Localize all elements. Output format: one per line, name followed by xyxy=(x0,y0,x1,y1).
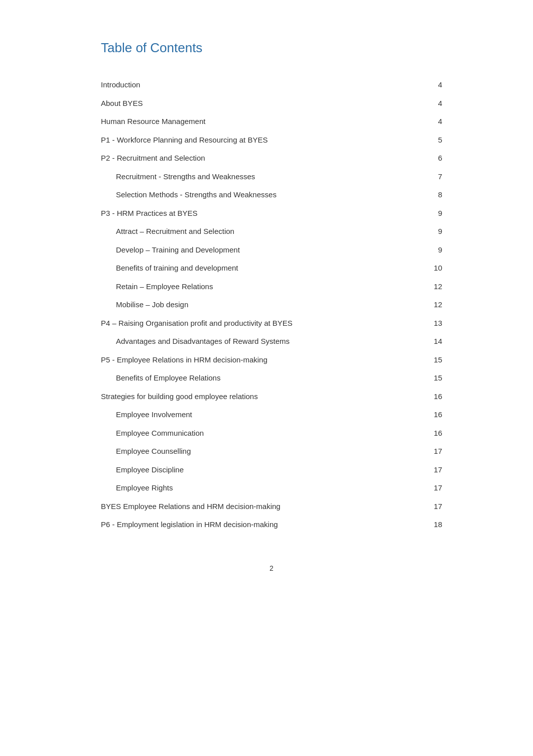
toc-item-label: P4 – Raising Organisation profit and pro… xyxy=(101,314,417,333)
toc-row: Strategies for building good employee re… xyxy=(101,388,442,406)
toc-item-page: 9 xyxy=(417,241,442,260)
toc-item-page: 9 xyxy=(417,204,442,223)
toc-row: P1 - Workforce Planning and Resourcing a… xyxy=(101,131,442,150)
toc-item-page: 17 xyxy=(417,442,442,461)
toc-item-page: 16 xyxy=(417,424,442,443)
toc-item-page: 16 xyxy=(417,406,442,424)
toc-item-label: Employee Rights xyxy=(101,479,417,497)
toc-item-page: 15 xyxy=(417,369,442,388)
toc-row: Introduction4 xyxy=(101,76,442,94)
toc-item-page: 13 xyxy=(417,314,442,333)
toc-row: Employee Counselling17 xyxy=(101,442,442,461)
toc-item-label: Benefits of training and development xyxy=(101,259,417,278)
page-number-footer: 2 xyxy=(101,564,442,572)
toc-row: Benefits of Employee Relations15 xyxy=(101,369,442,388)
toc-item-label: Human Resource Management xyxy=(101,112,417,131)
toc-row: BYES Employee Relations and HRM decision… xyxy=(101,497,442,516)
toc-item-page: 18 xyxy=(417,516,442,534)
toc-item-label: Employee Involvement xyxy=(101,406,417,424)
toc-item-label: P3 - HRM Practices at BYES xyxy=(101,204,417,223)
toc-row: Retain – Employee Relations12 xyxy=(101,278,442,296)
toc-row: P5 - Employee Relations in HRM decision-… xyxy=(101,351,442,369)
toc-row: Attract – Recruitment and Selection9 xyxy=(101,222,442,241)
toc-item-page: 5 xyxy=(417,131,442,150)
toc-item-label: Mobilise – Job design xyxy=(101,296,417,314)
toc-item-label: P6 - Employment legislation in HRM decis… xyxy=(101,516,417,534)
toc-row: Recruitment - Strengths and Weaknesses7 xyxy=(101,168,442,186)
toc-row: P4 – Raising Organisation profit and pro… xyxy=(101,314,442,333)
toc-item-label: P5 - Employee Relations in HRM decision-… xyxy=(101,351,417,369)
toc-row: Employee Discipline17 xyxy=(101,461,442,479)
toc-row: Advantages and Disadvantages of Reward S… xyxy=(101,332,442,351)
toc-row: P6 - Employment legislation in HRM decis… xyxy=(101,516,442,534)
toc-item-label: Employee Discipline xyxy=(101,461,417,479)
toc-item-page: 9 xyxy=(417,222,442,241)
toc-item-label: About BYES xyxy=(101,94,417,113)
toc-row: Human Resource Management4 xyxy=(101,112,442,131)
page-title: Table of Contents xyxy=(101,40,442,56)
toc-item-page: 15 xyxy=(417,351,442,369)
toc-row: About BYES4 xyxy=(101,94,442,113)
toc-item-label: Advantages and Disadvantages of Reward S… xyxy=(101,332,417,351)
toc-row: P3 - HRM Practices at BYES9 xyxy=(101,204,442,223)
toc-item-page: 17 xyxy=(417,461,442,479)
toc-item-page: 4 xyxy=(417,112,442,131)
toc-row: Selection Methods - Strengths and Weakne… xyxy=(101,186,442,204)
toc-item-label: Recruitment - Strengths and Weaknesses xyxy=(101,168,417,186)
toc-item-label: Introduction xyxy=(101,76,417,94)
toc-item-page: 12 xyxy=(417,278,442,296)
toc-item-label: Employee Counselling xyxy=(101,442,417,461)
toc-row: Employee Involvement16 xyxy=(101,406,442,424)
toc-item-label: Develop – Training and Development xyxy=(101,241,417,260)
toc-row: Benefits of training and development10 xyxy=(101,259,442,278)
toc-item-label: Attract – Recruitment and Selection xyxy=(101,222,417,241)
toc-item-page: 4 xyxy=(417,76,442,94)
toc-item-page: 6 xyxy=(417,149,442,168)
toc-row: P2 - Recruitment and Selection6 xyxy=(101,149,442,168)
toc-item-page: 8 xyxy=(417,186,442,204)
toc-row: Mobilise – Job design12 xyxy=(101,296,442,314)
toc-item-page: 17 xyxy=(417,497,442,516)
toc-row: Develop – Training and Development9 xyxy=(101,241,442,260)
page-container: Table of Contents Introduction4About BYE… xyxy=(61,0,472,612)
toc-item-page: 16 xyxy=(417,388,442,406)
toc-item-label: Benefits of Employee Relations xyxy=(101,369,417,388)
toc-item-label: Retain – Employee Relations xyxy=(101,278,417,296)
toc-item-label: Employee Communication xyxy=(101,424,417,443)
toc-item-page: 14 xyxy=(417,332,442,351)
toc-item-label: BYES Employee Relations and HRM decision… xyxy=(101,497,417,516)
toc-item-label: Selection Methods - Strengths and Weakne… xyxy=(101,186,417,204)
toc-item-label: P1 - Workforce Planning and Resourcing a… xyxy=(101,131,417,150)
toc-table: Introduction4About BYES4Human Resource M… xyxy=(101,76,442,534)
toc-item-page: 10 xyxy=(417,259,442,278)
toc-item-label: Strategies for building good employee re… xyxy=(101,388,417,406)
toc-row: Employee Rights17 xyxy=(101,479,442,497)
toc-row: Employee Communication16 xyxy=(101,424,442,443)
toc-item-page: 17 xyxy=(417,479,442,497)
toc-item-label: P2 - Recruitment and Selection xyxy=(101,149,417,168)
toc-item-page: 4 xyxy=(417,94,442,113)
toc-item-page: 12 xyxy=(417,296,442,314)
toc-item-page: 7 xyxy=(417,168,442,186)
